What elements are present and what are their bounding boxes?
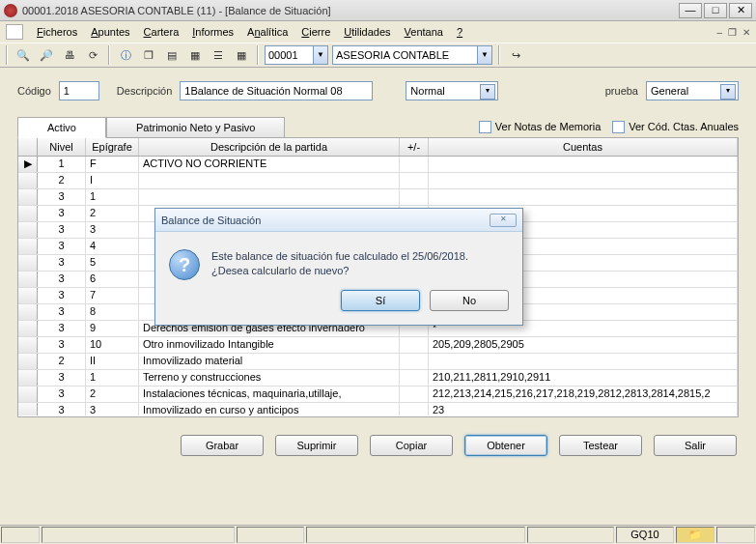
row-selector[interactable] xyxy=(18,255,38,271)
code-input[interactable] xyxy=(265,45,313,65)
menu-informes[interactable]: Informes xyxy=(186,24,239,40)
status-folder-icon[interactable]: 📁 xyxy=(676,527,714,543)
cell-epigrafe[interactable]: F xyxy=(86,157,139,172)
find-multi-icon[interactable]: 🔎 xyxy=(37,45,56,65)
cell-pm[interactable] xyxy=(400,157,429,172)
menu-ficheros[interactable]: Ficheros xyxy=(31,24,83,40)
cell-descripcion[interactable]: Otro inmovilizado Intangible xyxy=(139,337,400,353)
cell-descripcion[interactable] xyxy=(139,173,400,188)
dialog-no-button[interactable]: No xyxy=(430,290,509,311)
mdi-minimize[interactable]: – xyxy=(716,27,722,38)
print-icon[interactable]: 🖶 xyxy=(60,45,79,65)
cell-epigrafe[interactable]: 3 xyxy=(86,403,139,415)
code-dropdown[interactable]: ▼ xyxy=(313,45,328,65)
cell-cuentas[interactable]: 210,211,2811,2910,2911 xyxy=(429,370,738,386)
row-selector[interactable] xyxy=(18,321,38,336)
cell-epigrafe[interactable]: 5 xyxy=(86,255,139,271)
descripcion-input[interactable] xyxy=(180,81,373,100)
row-selector[interactable] xyxy=(18,304,38,320)
row-selector[interactable] xyxy=(18,387,38,402)
cell-cuentas[interactable] xyxy=(429,173,738,188)
dialog-yes-button[interactable]: Sí xyxy=(341,290,420,311)
cell-epigrafe[interactable]: 8 xyxy=(86,304,139,320)
cell-pm[interactable] xyxy=(400,387,429,402)
cell-nivel[interactable]: 3 xyxy=(38,272,86,287)
mdi-close[interactable]: ✕ xyxy=(742,27,750,38)
row-selector[interactable] xyxy=(18,206,38,221)
menu-help[interactable]: ? xyxy=(451,24,468,40)
col-epigrafe[interactable]: Epígrafe xyxy=(86,138,139,156)
cell-nivel[interactable]: 3 xyxy=(38,255,86,271)
obtener-button[interactable]: Obtener xyxy=(464,435,547,456)
cell-nivel[interactable]: 3 xyxy=(38,321,86,336)
row-selector[interactable] xyxy=(18,189,38,205)
dialog-close-button[interactable]: ✕ xyxy=(490,214,517,227)
cell-nivel[interactable]: 3 xyxy=(38,222,86,238)
suprimir-button[interactable]: Suprimir xyxy=(275,435,358,456)
table-row[interactable]: 2IIInmovilizado material xyxy=(18,354,738,370)
cell-pm[interactable] xyxy=(400,189,429,205)
dialog-titlebar[interactable]: Balance de Situación ✕ xyxy=(155,209,522,232)
menu-ventana[interactable]: Ventana xyxy=(399,24,449,40)
cell-epigrafe[interactable]: I xyxy=(86,173,139,188)
cell-nivel[interactable]: 3 xyxy=(38,370,86,386)
col-pm[interactable]: +/- xyxy=(400,138,429,156)
cell-epigrafe[interactable]: 2 xyxy=(86,387,139,402)
codigo-input[interactable] xyxy=(59,81,99,100)
minimize-button[interactable]: — xyxy=(679,3,702,18)
cell-nivel[interactable]: 1 xyxy=(38,157,86,172)
cell-nivel[interactable]: 3 xyxy=(38,387,86,402)
cell-cuentas[interactable]: 205,209,2805,2905 xyxy=(429,337,738,353)
cell-nivel[interactable]: 3 xyxy=(38,403,86,415)
row-selector[interactable] xyxy=(18,370,38,386)
row-selector[interactable] xyxy=(18,173,38,188)
maximize-button[interactable]: □ xyxy=(704,3,727,18)
row-selector[interactable] xyxy=(18,239,38,254)
table-row[interactable]: 310Otro inmovilizado Intangible205,209,2… xyxy=(18,337,738,354)
grid-icon[interactable]: ▦ xyxy=(232,45,251,65)
cell-pm[interactable] xyxy=(400,403,429,415)
cell-descripcion[interactable]: Inmovilizado en curso y anticipos xyxy=(139,403,400,415)
close-button[interactable]: ✕ xyxy=(729,3,752,18)
cell-nivel[interactable]: 2 xyxy=(38,173,86,188)
cell-epigrafe[interactable]: 1 xyxy=(86,189,139,205)
tab-patrimonio[interactable]: Patrimonio Neto y Pasivo xyxy=(106,117,286,138)
cell-epigrafe[interactable]: 1 xyxy=(86,370,139,386)
cell-descripcion[interactable] xyxy=(139,189,400,205)
testear-button[interactable]: Testear xyxy=(559,435,642,456)
cell-cuentas[interactable] xyxy=(429,189,738,205)
mdi-restore[interactable]: ❐ xyxy=(728,27,737,38)
list-icon[interactable]: ☰ xyxy=(209,45,228,65)
row-selector[interactable] xyxy=(18,337,38,353)
tab-activo[interactable]: Activo xyxy=(17,117,106,138)
cell-nivel[interactable]: 3 xyxy=(38,304,86,320)
table-row[interactable]: 33Inmovilizado en curso y anticipos23 xyxy=(18,403,738,415)
check-notas[interactable] xyxy=(479,121,491,133)
cell-nivel[interactable]: 3 xyxy=(38,189,86,205)
menu-cartera[interactable]: Cartera xyxy=(138,24,185,40)
code-combo[interactable]: ▼ xyxy=(265,45,328,65)
col-cuentas[interactable]: Cuentas xyxy=(429,138,738,156)
check-cod[interactable] xyxy=(612,121,625,133)
exit-icon[interactable]: ↪ xyxy=(506,45,525,65)
refresh-icon[interactable]: ⟳ xyxy=(83,45,102,65)
cell-epigrafe[interactable]: 7 xyxy=(86,288,139,303)
table-row[interactable]: 31 xyxy=(18,189,738,206)
cell-cuentas[interactable] xyxy=(429,157,738,172)
window-icon[interactable]: ▦ xyxy=(185,45,205,65)
info-icon[interactable]: ⓘ xyxy=(116,45,135,65)
row-selector[interactable] xyxy=(18,272,38,287)
cell-epigrafe[interactable]: 10 xyxy=(86,337,139,353)
cell-epigrafe[interactable]: 2 xyxy=(86,206,139,221)
cell-pm[interactable] xyxy=(400,354,429,369)
cell-cuentas[interactable]: 212,213,214,215,216,217,218,219,2812,281… xyxy=(429,387,738,402)
row-selector[interactable] xyxy=(18,222,38,238)
name-input[interactable] xyxy=(332,45,477,65)
col-nivel[interactable]: Nivel xyxy=(38,138,86,156)
menu-apuntes[interactable]: Apuntes xyxy=(85,24,135,40)
cell-epigrafe[interactable]: 4 xyxy=(86,239,139,254)
cell-descripcion[interactable]: Instalaciones técnicas, maquinaria,utill… xyxy=(139,387,400,402)
cell-epigrafe[interactable]: 9 xyxy=(86,321,139,336)
cell-nivel[interactable]: 3 xyxy=(38,206,86,221)
salir-button[interactable]: Salir xyxy=(654,435,737,456)
